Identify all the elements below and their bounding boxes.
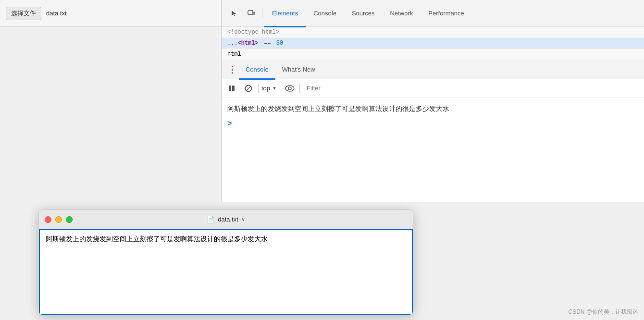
window-controls xyxy=(45,216,73,223)
context-dropdown-arrow: ▼ xyxy=(272,86,277,91)
context-selector[interactable]: top ▼ xyxy=(261,85,277,92)
title-dropdown-chevron[interactable]: ∨ xyxy=(241,216,245,222)
device-toggle-icon[interactable] xyxy=(243,5,260,22)
svg-rect-3 xyxy=(232,86,235,91)
subtab-whats-new[interactable]: What's New xyxy=(275,61,322,80)
svg-rect-1 xyxy=(253,12,255,14)
svg-rect-0 xyxy=(248,11,253,14)
run-button[interactable] xyxy=(225,82,239,95)
elements-panel: <!doctype html> ...<html> == $0 html ⋮ C… xyxy=(222,27,644,202)
console-subtab-bar: ⋮ Console What's New xyxy=(222,60,644,79)
minimize-window-button[interactable] xyxy=(55,216,62,223)
text-content[interactable]: 阿斯顿发上的发烧发到空间上立刻擦了可是发啊算法设计的很是多少发大水 xyxy=(39,229,413,315)
subtab-console[interactable]: Console xyxy=(239,61,275,80)
toolbar-divider-3 xyxy=(299,84,300,93)
window-title: 📄 data.txt ∨ xyxy=(207,216,245,223)
tab-console[interactable]: Console xyxy=(306,0,344,27)
clear-button[interactable] xyxy=(242,82,255,95)
svg-point-7 xyxy=(288,87,291,90)
file-name-label: data.txt xyxy=(46,10,67,17)
tab-performance[interactable]: Performance xyxy=(421,0,471,27)
tab-sources[interactable]: Sources xyxy=(344,0,383,27)
svg-rect-2 xyxy=(229,86,231,91)
toolbar-divider xyxy=(258,84,259,93)
toolbar-divider-2 xyxy=(280,84,280,93)
svg-point-6 xyxy=(285,86,294,91)
tab-elements[interactable]: Elements xyxy=(264,0,306,27)
window-filename: data.txt xyxy=(218,216,238,223)
console-log-entry: 阿斯顿发上的发烧发到空间上立刻擦了可是发啊算法设计的很是多少发大水 xyxy=(227,101,638,116)
html-selected-line[interactable]: ...<html> == $0 xyxy=(222,38,644,49)
tab-network[interactable]: Network xyxy=(383,0,421,27)
text-editor-window: 📄 data.txt ∨ 阿斯顿发上的发烧发到空间上立刻擦了可是发啊算法设计的很… xyxy=(38,209,413,315)
close-window-button[interactable] xyxy=(45,216,51,223)
file-icon: 📄 xyxy=(207,216,215,223)
svg-line-5 xyxy=(246,86,251,91)
watermark: CSDN @你的美，让我痴迷 xyxy=(568,308,638,316)
breadcrumb: html xyxy=(222,49,644,60)
doctype-line: <!doctype html> xyxy=(222,27,644,38)
window-titlebar: 📄 data.txt ∨ xyxy=(39,210,413,229)
filter-input[interactable] xyxy=(303,83,640,94)
devtools-tab-bar: Elements Console Sources Network Perform… xyxy=(222,0,644,27)
eye-icon[interactable] xyxy=(283,82,297,95)
cursor-icon[interactable] xyxy=(225,5,243,22)
console-prompt[interactable]: > xyxy=(227,116,638,131)
devtools-panel: Elements Console Sources Network Perform… xyxy=(221,0,644,202)
tab-separator xyxy=(262,9,262,18)
choose-file-button[interactable]: 选择文件 xyxy=(6,7,41,20)
console-output: 阿斯顿发上的发烧发到空间上立刻擦了可是发啊算法设计的很是多少发大水 > xyxy=(222,98,644,202)
maximize-window-button[interactable] xyxy=(66,216,73,223)
more-options-button[interactable]: ⋮ xyxy=(225,63,239,76)
console-toolbar: top ▼ xyxy=(222,79,644,98)
